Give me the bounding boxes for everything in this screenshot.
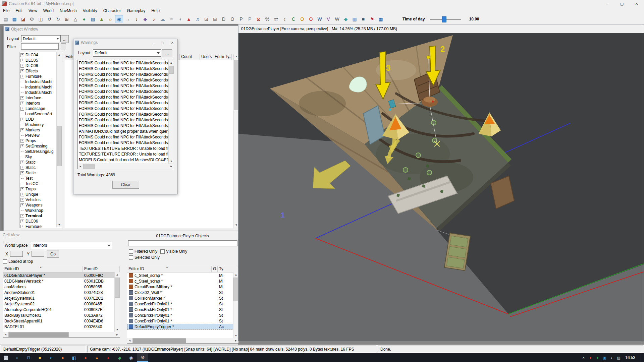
landscape-edit-icon[interactable]: ▲ [98, 15, 106, 23]
show-desktop-button[interactable] [641, 353, 644, 362]
task-view-icon[interactable]: ⊡ [23, 353, 34, 362]
taskbar-clock[interactable]: 16:53 [625, 355, 635, 360]
dialogue-icon[interactable]: ◖ [176, 15, 184, 23]
object-row[interactable]: ConcBrckFlrOnly01 *St [127, 307, 238, 312]
tree-item[interactable]: +Weapons [19, 202, 62, 208]
scroll-thumb[interactable] [8, 332, 69, 337]
toggle-lights-icon[interactable]: ☼ [106, 15, 114, 23]
toggle-percent-icon[interactable]: % [263, 15, 271, 23]
cell-row[interactable]: ArcjetSystems010007E2C2 [3, 295, 120, 301]
notes-app-icon[interactable]: ◆ [114, 353, 125, 362]
tree-item[interactable]: TestCC [19, 181, 62, 186]
warnings-minimize-button[interactable]: – [147, 39, 157, 46]
settings-app-icon[interactable]: ◉ [125, 353, 137, 362]
scroll-thumb[interactable] [169, 66, 174, 74]
tree-item[interactable]: Workshop [19, 208, 62, 213]
object-row[interactable]: ConcBrckFlrOnly01 *St [127, 301, 238, 307]
data-files-icon[interactable]: ◪ [19, 15, 27, 23]
tray-expand-icon[interactable]: ∧ [581, 356, 586, 360]
scroll-thumb[interactable] [115, 278, 120, 298]
maximize-button[interactable]: ▢ [614, 0, 629, 7]
layout-more-button[interactable]: ... [61, 35, 69, 43]
teal-marker[interactable] [389, 108, 391, 111]
tree-item[interactable]: +Props [19, 138, 62, 143]
toggle-sky-icon[interactable]: ☁ [159, 15, 167, 23]
scroll-thumb[interactable] [132, 338, 186, 343]
warning-row[interactable]: FORMS:Could not find NPC for FillAttackS… [78, 112, 169, 117]
preferences-icon[interactable]: ⚙ [28, 15, 36, 23]
tree-item[interactable]: Machinery [19, 122, 62, 127]
media-app-icon[interactable]: ● [103, 353, 114, 362]
photos-app-icon[interactable]: ◧ [68, 353, 80, 362]
tree-item[interactable]: IndustrialMachi [19, 79, 62, 84]
tray-app-green-icon[interactable]: ● [595, 356, 600, 360]
warning-row[interactable]: FORMS:Could not find NPC for FillAttackS… [78, 117, 169, 123]
object-row[interactable]: c_Steel_scrap *Mi [127, 273, 238, 278]
toggle-portals-p-icon[interactable]: P [237, 15, 245, 23]
toggle-fog-icon[interactable]: ≡ [167, 15, 175, 23]
cell-chart-icon[interactable]: ▧ [89, 15, 97, 23]
close-button[interactable]: ✕ [629, 0, 644, 7]
filter-options-button[interactable] [61, 43, 66, 50]
x-coordinate-input[interactable] [10, 251, 23, 257]
scale-icon[interactable]: ↔ [124, 15, 132, 23]
keyboard-layout-icon[interactable]: ▤ [616, 356, 621, 360]
tree-expander-icon[interactable]: + [20, 118, 24, 121]
tree-expander-icon[interactable]: + [20, 64, 24, 68]
tree-item[interactable]: +Static [19, 170, 62, 176]
tree-expander-icon[interactable]: + [20, 166, 24, 170]
tree-expander-icon[interactable]: + [20, 220, 24, 223]
column-header[interactable]: Count [180, 54, 200, 60]
scroll-down-icon[interactable] [115, 327, 120, 332]
cell-row[interactable]: AndrewStation0100074D28 [3, 290, 120, 295]
cell-row[interactable]: AtomatoysCorporateHQ010009087E [3, 307, 120, 312]
scroll-down-icon[interactable] [233, 333, 238, 338]
tree-item[interactable]: +Static [19, 165, 62, 170]
scroll-left-icon[interactable] [3, 332, 8, 337]
toggle-water-w-icon[interactable]: W [316, 15, 324, 23]
scroll-thumb[interactable] [83, 164, 95, 169]
cell-row[interactable]: BackBayTallOffice010013A972 [3, 312, 120, 318]
tree-item[interactable]: +Static [19, 160, 62, 165]
warnings-layout-combo[interactable]: Default [93, 49, 161, 57]
menu-navmesh[interactable]: NavMesh [57, 7, 80, 14]
column-header[interactable]: Ty [218, 266, 238, 272]
toggle-doors-icon[interactable]: D [220, 15, 228, 23]
warnings-layout-more-button[interactable]: ... [162, 49, 172, 57]
tree-item[interactable]: -Terminal [19, 213, 62, 219]
menu-visibility[interactable]: Visibility [80, 7, 100, 14]
scroll-up-icon[interactable] [169, 60, 174, 65]
creation-kit-icon[interactable]: ⚒ [137, 353, 148, 362]
tree-expander-icon[interactable]: - [20, 214, 24, 218]
tree-item[interactable]: +SetDressing [19, 143, 62, 149]
tree-item[interactable]: IndustrialMachi [19, 84, 62, 90]
warning-row[interactable]: TEXTURES:TEXTURE ERROR : Unable to load … [78, 146, 169, 152]
toggle-cells-c-icon[interactable]: C [289, 15, 298, 23]
warning-row[interactable]: FORMS:Could not find NPC for FillAttackS… [78, 106, 169, 112]
search-magnifier-icon[interactable]: ◉ [115, 15, 123, 23]
edge-browser-icon[interactable]: e [46, 353, 57, 362]
tree-item[interactable]: Test [19, 176, 62, 181]
create-archive-icon[interactable]: ◫ [37, 15, 45, 23]
tree-item[interactable]: +Interiors [19, 101, 62, 106]
opera-browser-icon[interactable]: ● [80, 353, 91, 362]
warnings-restore-button[interactable]: ▢ [157, 39, 167, 46]
menu-character[interactable]: Character [100, 7, 124, 14]
tree-item[interactable]: +LOD [19, 117, 62, 122]
tree-expander-icon[interactable]: + [20, 128, 24, 132]
tree-item[interactable]: Preview [19, 133, 62, 138]
time-of-day-slider[interactable] [430, 16, 461, 22]
tree-item[interactable]: +Landscape [19, 106, 62, 111]
warning-row[interactable]: TEXTURES:TEXTURE ERROR : Unable to load … [78, 152, 169, 157]
toggle-red-o-icon[interactable]: O [307, 15, 315, 23]
render-window-titlebar[interactable]: 01DGEntrancePlayer [Free camera, perspec… [238, 24, 644, 33]
scroll-up-icon[interactable] [233, 272, 238, 277]
menu-view[interactable]: View [25, 7, 40, 14]
toggle-orange-o-icon[interactable]: O [298, 15, 306, 23]
warning-row[interactable]: FORMS:Could not find NPC for FillAttackS… [78, 95, 169, 100]
visible-only-checkbox[interactable]: Visible Only [160, 249, 187, 254]
render-viewport[interactable]: 2 3 1 [238, 33, 644, 341]
toggle-layers-icon[interactable]: ▥ [351, 15, 359, 23]
snap-to-angle-icon[interactable]: △ [71, 15, 79, 23]
tree-item[interactable]: +Traps [19, 186, 62, 192]
